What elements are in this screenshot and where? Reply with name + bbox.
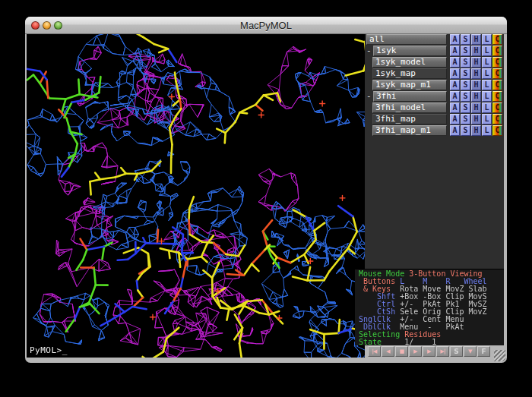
playback-controls: |◀◀■▶▶▶|S▼F (368, 346, 491, 357)
indent-spacer (366, 114, 372, 124)
color-menu-button[interactable]: C (492, 57, 502, 68)
color-menu-button[interactable]: C (492, 68, 502, 79)
action-menu-button[interactable]: A (450, 125, 460, 136)
color-menu-button[interactable]: C (492, 34, 502, 45)
skip-end-button[interactable]: ▶| (436, 346, 449, 357)
action-menu-button[interactable]: A (450, 91, 460, 102)
command-prompt: PyMOL> (30, 345, 62, 355)
show-menu-button[interactable]: S (461, 91, 470, 102)
object-row-3fhi_map_m1: 3fhi_map_m1ASHLC (366, 125, 502, 136)
object-name-3fhi_model[interactable]: 3fhi_model (372, 102, 447, 113)
menu-down-button[interactable]: ▼ (464, 346, 477, 357)
object-name-3fhi_map_m1[interactable]: 3fhi_map_m1 (372, 125, 447, 136)
label-menu-button[interactable]: L (482, 102, 492, 113)
mouse-panel-text: 1/ 1 (382, 338, 436, 346)
macpymol-window: MacPyMOL PyMOL>_ allASHLC-1sykASHLC1syk_… (25, 17, 507, 363)
object-row-1syk: -1sykASHLC (366, 46, 502, 56)
show-menu-button[interactable]: S (461, 114, 470, 124)
step-back-button[interactable]: ◀ (382, 346, 394, 357)
hide-menu-button[interactable]: H (471, 68, 481, 79)
fullscreen-button[interactable]: F (477, 346, 490, 357)
object-list: allASHLC-1sykASHLC1syk_modelASHLC1syk_ma… (365, 34, 504, 136)
show-menu-button[interactable]: S (461, 102, 470, 113)
mouse-panel-text: State (359, 338, 382, 346)
object-row-1syk_map_m1: 1syk_map_m1ASHLC (366, 80, 502, 90)
hide-menu-button[interactable]: H (471, 102, 481, 113)
show-menu-button[interactable]: S (461, 46, 470, 56)
object-row-1syk_map: 1syk_mapASHLC (366, 68, 502, 79)
scene-button[interactable]: S (450, 346, 463, 357)
label-menu-button[interactable]: L (482, 68, 492, 79)
object-row-3fhi_map: 3fhi_mapASHLC (366, 114, 502, 124)
label-menu-button[interactable]: L (482, 34, 492, 45)
mouse-panel-line-9[interactable]: State 1/ 1 (359, 339, 504, 346)
action-menu-button[interactable]: A (450, 57, 460, 68)
action-menu-button[interactable]: A (450, 80, 460, 90)
command-input[interactable]: PyMOL>_ (30, 345, 68, 355)
window-title: MacPyMOL (25, 20, 507, 31)
molecular-render[interactable] (27, 34, 365, 358)
object-row-3fhi: -3fhiASHLC (366, 91, 502, 102)
color-menu-button[interactable]: C (492, 46, 502, 56)
hide-menu-button[interactable]: H (471, 34, 481, 45)
color-menu-button[interactable]: C (492, 102, 502, 113)
indent-spacer (366, 57, 372, 68)
indent-spacer (366, 80, 372, 90)
show-menu-button[interactable]: S (461, 125, 470, 136)
hide-menu-button[interactable]: H (471, 46, 481, 56)
titlebar[interactable]: MacPyMOL (25, 17, 507, 34)
show-menu-button[interactable]: S (461, 34, 470, 45)
object-name-1syk[interactable]: 1syk (373, 46, 447, 56)
object-name-all[interactable]: all (366, 34, 447, 45)
action-menu-button[interactable]: A (450, 114, 460, 124)
label-menu-button[interactable]: L (482, 91, 492, 102)
hide-menu-button[interactable]: H (471, 114, 481, 124)
show-menu-button[interactable]: S (461, 57, 470, 68)
color-menu-button[interactable]: C (492, 125, 502, 136)
object-name-3fhi_map[interactable]: 3fhi_map (372, 114, 447, 124)
object-name-1syk_model[interactable]: 1syk_model (372, 57, 447, 68)
object-row-3fhi_model: 3fhi_modelASHLC (366, 102, 502, 113)
object-name-1syk_map_m1[interactable]: 1syk_map_m1 (372, 80, 447, 90)
3d-viewport[interactable]: PyMOL>_ (27, 34, 365, 358)
object-row-all: allASHLC (366, 34, 502, 45)
indent-spacer (366, 68, 372, 79)
hide-menu-button[interactable]: H (471, 91, 481, 102)
command-cursor: _ (62, 345, 68, 355)
indent-spacer (366, 102, 372, 113)
action-menu-button[interactable]: A (450, 68, 460, 79)
label-menu-button[interactable]: L (482, 57, 492, 68)
action-menu-button[interactable]: A (450, 102, 460, 113)
object-name-3fhi[interactable]: 3fhi (373, 91, 447, 102)
mouse-mode-panel: Mouse Mode 3-Button Viewing Buttons L M … (355, 269, 504, 345)
label-menu-button[interactable]: L (482, 114, 492, 124)
color-menu-button[interactable]: C (492, 114, 502, 124)
label-menu-button[interactable]: L (482, 80, 492, 90)
step-forward-button[interactable]: ▶ (423, 346, 435, 357)
color-menu-button[interactable]: C (492, 91, 502, 102)
label-menu-button[interactable]: L (482, 125, 492, 136)
action-menu-button[interactable]: A (450, 46, 460, 56)
label-menu-button[interactable]: L (482, 46, 492, 56)
collapse-toggle-icon[interactable]: - (366, 91, 373, 102)
hide-menu-button[interactable]: H (471, 80, 481, 90)
color-menu-button[interactable]: C (492, 80, 502, 90)
play-button[interactable]: ▶ (409, 346, 422, 357)
object-row-1syk_model: 1syk_modelASHLC (366, 57, 502, 68)
stop-button[interactable]: ■ (395, 346, 408, 357)
hide-menu-button[interactable]: H (471, 125, 481, 136)
hide-menu-button[interactable]: H (471, 57, 481, 68)
action-menu-button[interactable]: A (450, 34, 460, 45)
show-menu-button[interactable]: S (461, 68, 470, 79)
show-menu-button[interactable]: S (461, 80, 470, 90)
collapse-toggle-icon[interactable]: - (366, 46, 373, 56)
resize-grip[interactable] (494, 350, 505, 361)
skip-start-button[interactable]: |◀ (368, 346, 381, 357)
indent-spacer (366, 125, 372, 136)
object-name-1syk_map[interactable]: 1syk_map (372, 68, 447, 79)
